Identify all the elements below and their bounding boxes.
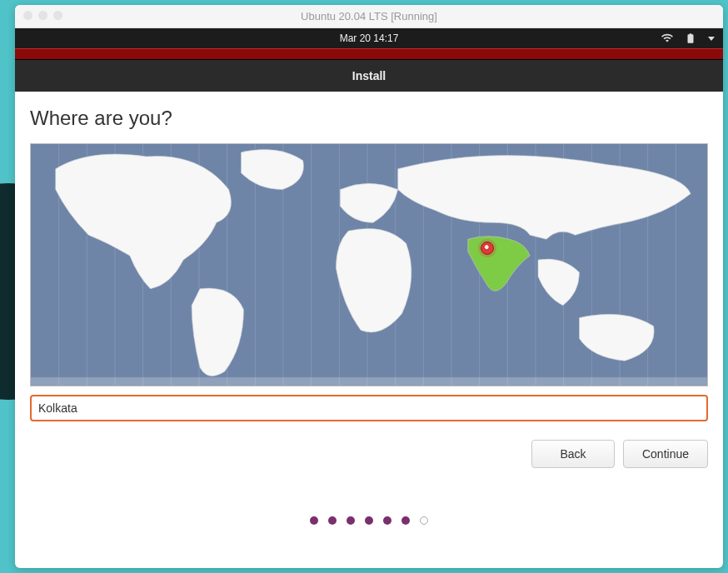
page-title: Where are you? [30, 107, 708, 130]
battery-icon[interactable] [685, 32, 696, 44]
system-tray[interactable] [661, 32, 715, 44]
africa [336, 228, 411, 331]
installer-header-title: Install [352, 69, 386, 82]
europe [340, 183, 397, 222]
world-map-svg[interactable] [31, 144, 707, 386]
location-input[interactable] [30, 395, 708, 421]
installer-header: Install [15, 60, 723, 92]
vm-titlebar: Ubuntu 20.04 LTS [Running] [15, 5, 723, 28]
south-america [192, 288, 243, 376]
india-selected[interactable] [468, 237, 530, 291]
clock[interactable]: Mar 20 14:17 [340, 32, 399, 44]
timezone-map[interactable] [30, 143, 708, 386]
minimize-icon[interactable] [38, 11, 47, 20]
button-row: Back Continue [30, 440, 708, 468]
progress-dot [401, 516, 410, 525]
australia [580, 314, 655, 361]
asia [398, 156, 691, 240]
accent-strip [15, 48, 723, 60]
progress-dots [30, 516, 708, 525]
ubuntu-top-panel[interactable]: Mar 20 14:17 [15, 28, 723, 48]
close-icon[interactable] [23, 11, 32, 20]
progress-dot [365, 516, 373, 525]
antarctic-hint [31, 377, 707, 386]
back-button[interactable]: Back [531, 440, 615, 468]
continue-button[interactable]: Continue [623, 440, 708, 468]
vm-window: Ubuntu 20.04 LTS [Running] Mar 20 14:17 … [15, 5, 723, 568]
se-asia [538, 259, 580, 306]
vm-title: Ubuntu 20.04 LTS [Running] [301, 10, 437, 22]
north-america [56, 154, 232, 289]
location-marker-icon[interactable] [481, 242, 494, 255]
progress-dot [328, 516, 337, 525]
network-icon[interactable] [661, 32, 673, 44]
progress-dot [383, 516, 391, 525]
window-controls[interactable] [23, 11, 62, 20]
greenland [242, 150, 304, 190]
progress-dot-current [420, 516, 428, 525]
zoom-icon[interactable] [53, 11, 62, 20]
installer-content: Where are you? Back [15, 92, 723, 533]
progress-dot [310, 516, 318, 525]
progress-dot [347, 516, 355, 525]
chevron-down-icon[interactable] [708, 37, 715, 41]
